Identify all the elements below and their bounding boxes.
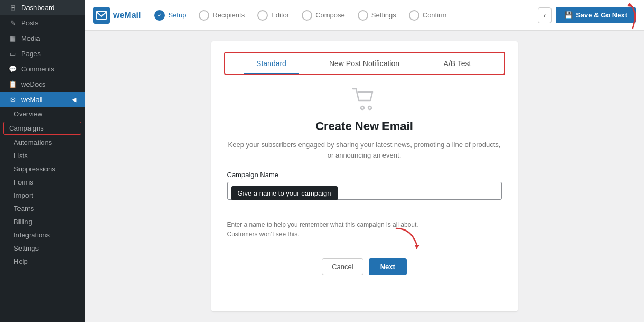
step-recipients[interactable]: Recipients (193, 10, 250, 21)
step-editor[interactable]: Editor (252, 10, 294, 21)
sidebar-item-label: weMail (21, 96, 42, 104)
sidebar-sub-lists[interactable]: Lists (0, 149, 85, 162)
sub-label: Automations (14, 139, 52, 146)
sidebar-sub-campaigns[interactable]: Campaigns (3, 122, 81, 135)
step-circle-compose (302, 10, 312, 21)
form-hint-line2: Customers won't see this. (227, 231, 300, 238)
step-label-settings: Settings (371, 11, 396, 19)
sidebar-sub-forms[interactable]: Forms (0, 176, 85, 189)
step-label-recipients: Recipients (212, 11, 245, 19)
sidebar: ⊞ Dashboard ✎ Posts ▦ Media ▭ Pages 💬 Co… (0, 0, 85, 322)
sidebar-sub-integrations[interactable]: Integrations (0, 228, 85, 242)
tab-ab-test-label: A/B Test (444, 59, 471, 68)
nav-steps: ✓ Setup Recipients Editor Compose Settin… (149, 10, 537, 21)
posts-icon: ✎ (8, 19, 17, 27)
sub-label: Help (14, 257, 28, 265)
step-circle-settings (358, 10, 368, 21)
back-button[interactable]: ‹ (538, 7, 552, 23)
sub-label: Lists (14, 152, 28, 160)
step-settings[interactable]: Settings (352, 10, 402, 21)
tab-new-post-label: New Post Notification (329, 59, 399, 68)
svg-marker-1 (627, 3, 632, 7)
form-hint-line1: Enter a name to help you remember what t… (227, 221, 418, 228)
sidebar-item-media[interactable]: ▦ Media (0, 31, 85, 46)
sidebar-item-label: Pages (21, 50, 41, 58)
sidebar-item-posts[interactable]: ✎ Posts (0, 15, 85, 31)
sub-label: Campaigns (9, 124, 44, 132)
sidebar-item-label: weDocs (21, 80, 45, 88)
card-title: Create New Email (227, 119, 502, 133)
pages-icon: ▭ (8, 50, 17, 58)
tab-new-post[interactable]: New Post Notification (318, 53, 411, 74)
sub-label: Teams (14, 205, 34, 213)
sidebar-item-comments[interactable]: 💬 Comments (0, 61, 85, 77)
collapse-arrow-icon: ◀ (72, 96, 76, 103)
step-label-compose: Compose (315, 11, 345, 19)
dashboard-icon: ⊞ (8, 4, 17, 12)
campaign-name-label: Campaign Name (227, 171, 502, 179)
form-hint: Enter a name to help you remember what t… (227, 220, 502, 239)
sidebar-item-label: Posts (21, 19, 39, 27)
tab-standard[interactable]: Standard (225, 53, 318, 74)
step-label-confirm: Confirm (423, 11, 447, 19)
svg-marker-4 (415, 245, 420, 249)
save-next-label: Save & Go Next (576, 11, 627, 19)
sidebar-item-dashboard[interactable]: ⊞ Dashboard (0, 0, 85, 15)
cancel-button[interactable]: Cancel (322, 258, 363, 275)
svg-point-2 (361, 106, 364, 109)
campaign-name-input[interactable] (227, 182, 502, 200)
sidebar-item-label: Media (21, 34, 40, 42)
step-label-editor: Editor (271, 11, 289, 19)
sidebar-sub-suppressions[interactable]: Suppressions (0, 162, 85, 176)
step-setup[interactable]: ✓ Setup (149, 10, 191, 21)
sidebar-sub-help[interactable]: Help (0, 255, 85, 268)
campaign-card: Standard New Post Notification A/B Test (211, 41, 518, 311)
step-label-setup: Setup (168, 11, 186, 19)
step-circle-setup: ✓ (154, 10, 165, 21)
campaign-name-group: Campaign Name Give a name to your campai… (227, 171, 502, 239)
cart-icon (227, 88, 502, 113)
content-area: Standard New Post Notification A/B Test (85, 31, 644, 322)
sub-label: Overview (14, 110, 42, 118)
card-actions: Cancel Next (227, 258, 502, 275)
sidebar-item-wedocs[interactable]: 📋 weDocs (0, 77, 85, 92)
card-actions-wrapper: Cancel Next (227, 245, 502, 275)
next-button[interactable]: Next (369, 258, 407, 275)
save-go-next-button[interactable]: 💾 Save & Go Next (556, 7, 636, 23)
comments-icon: 💬 (8, 65, 17, 73)
tab-standard-label: Standard (256, 59, 286, 68)
sidebar-item-label: Comments (21, 65, 54, 73)
step-circle-recipients (199, 10, 209, 21)
sub-label: Integrations (14, 231, 50, 239)
sidebar-sub-overview[interactable]: Overview (0, 107, 85, 121)
media-icon: ▦ (8, 34, 17, 42)
wemail-logo-icon (93, 7, 110, 24)
step-confirm[interactable]: Confirm (404, 10, 452, 21)
step-compose[interactable]: Compose (296, 10, 350, 21)
tab-ab-test[interactable]: A/B Test (411, 53, 504, 74)
svg-point-3 (368, 106, 371, 109)
card-description: Keep your subscribers engaged by sharing… (227, 140, 502, 160)
step-circle-editor (257, 10, 268, 21)
sidebar-sub-teams[interactable]: Teams (0, 202, 85, 215)
sidebar-item-label: Dashboard (21, 4, 55, 12)
save-icon: 💾 (564, 11, 573, 19)
logo-text: weMail (113, 11, 141, 20)
sidebar-sub-settings[interactable]: Settings (0, 242, 85, 255)
sub-label: Settings (14, 244, 39, 252)
sub-label: Import (14, 191, 33, 199)
sidebar-item-pages[interactable]: ▭ Pages (0, 46, 85, 61)
wemail-icon: ✉ (8, 96, 17, 104)
sidebar-item-wemail[interactable]: ✉ weMail ◀ (0, 92, 85, 107)
nav-actions: ‹ 💾 Save & Go Next (538, 7, 636, 23)
sidebar-sub-automations[interactable]: Automations (0, 136, 85, 149)
sub-label: Forms (14, 178, 33, 186)
wedocs-icon: 📋 (8, 80, 17, 88)
card-body: Create New Email Keep your subscribers e… (211, 75, 518, 275)
card-tabs: Standard New Post Notification A/B Test (224, 52, 505, 75)
sidebar-sub-billing[interactable]: Billing (0, 215, 85, 228)
main-area: weMail ✓ Setup Recipients Editor Compose… (85, 0, 644, 322)
step-circle-confirm (409, 10, 419, 21)
sidebar-sub-import[interactable]: Import (0, 189, 85, 202)
wemail-logo: weMail (93, 7, 141, 24)
